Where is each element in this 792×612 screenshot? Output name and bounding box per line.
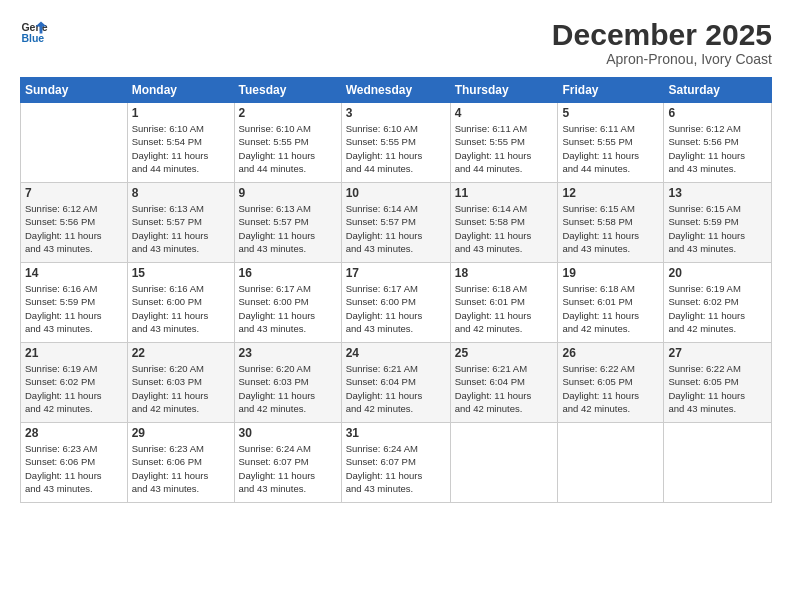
day-number: 11	[455, 186, 554, 200]
day-number: 2	[239, 106, 337, 120]
header-tuesday: Tuesday	[234, 78, 341, 103]
day-info: Sunrise: 6:13 AMSunset: 5:57 PMDaylight:…	[239, 202, 337, 255]
day-number: 21	[25, 346, 123, 360]
table-row	[558, 423, 664, 503]
table-row: 8Sunrise: 6:13 AMSunset: 5:57 PMDaylight…	[127, 183, 234, 263]
table-row: 14Sunrise: 6:16 AMSunset: 5:59 PMDayligh…	[21, 263, 128, 343]
day-info: Sunrise: 6:15 AMSunset: 5:58 PMDaylight:…	[562, 202, 659, 255]
table-row: 23Sunrise: 6:20 AMSunset: 6:03 PMDayligh…	[234, 343, 341, 423]
day-number: 15	[132, 266, 230, 280]
day-number: 24	[346, 346, 446, 360]
header-saturday: Saturday	[664, 78, 772, 103]
table-row: 27Sunrise: 6:22 AMSunset: 6:05 PMDayligh…	[664, 343, 772, 423]
day-info: Sunrise: 6:14 AMSunset: 5:58 PMDaylight:…	[455, 202, 554, 255]
table-row: 5Sunrise: 6:11 AMSunset: 5:55 PMDaylight…	[558, 103, 664, 183]
table-row: 1Sunrise: 6:10 AMSunset: 5:54 PMDaylight…	[127, 103, 234, 183]
svg-text:General: General	[21, 21, 48, 33]
header-friday: Friday	[558, 78, 664, 103]
day-number: 8	[132, 186, 230, 200]
day-info: Sunrise: 6:19 AMSunset: 6:02 PMDaylight:…	[668, 282, 767, 335]
subtitle: Apron-Pronou, Ivory Coast	[552, 51, 772, 67]
table-row: 18Sunrise: 6:18 AMSunset: 6:01 PMDayligh…	[450, 263, 558, 343]
table-row	[664, 423, 772, 503]
day-info: Sunrise: 6:13 AMSunset: 5:57 PMDaylight:…	[132, 202, 230, 255]
day-number: 4	[455, 106, 554, 120]
day-info: Sunrise: 6:24 AMSunset: 6:07 PMDaylight:…	[346, 442, 446, 495]
calendar-week-row: 7Sunrise: 6:12 AMSunset: 5:56 PMDaylight…	[21, 183, 772, 263]
header: General Blue December 2025 Apron-Pronou,…	[20, 18, 772, 67]
table-row: 7Sunrise: 6:12 AMSunset: 5:56 PMDaylight…	[21, 183, 128, 263]
day-number: 18	[455, 266, 554, 280]
day-info: Sunrise: 6:18 AMSunset: 6:01 PMDaylight:…	[562, 282, 659, 335]
table-row: 15Sunrise: 6:16 AMSunset: 6:00 PMDayligh…	[127, 263, 234, 343]
day-number: 25	[455, 346, 554, 360]
table-row: 10Sunrise: 6:14 AMSunset: 5:57 PMDayligh…	[341, 183, 450, 263]
day-number: 16	[239, 266, 337, 280]
day-number: 12	[562, 186, 659, 200]
day-info: Sunrise: 6:23 AMSunset: 6:06 PMDaylight:…	[25, 442, 123, 495]
table-row: 13Sunrise: 6:15 AMSunset: 5:59 PMDayligh…	[664, 183, 772, 263]
header-monday: Monday	[127, 78, 234, 103]
main-title: December 2025	[552, 18, 772, 51]
day-info: Sunrise: 6:11 AMSunset: 5:55 PMDaylight:…	[455, 122, 554, 175]
table-row: 3Sunrise: 6:10 AMSunset: 5:55 PMDaylight…	[341, 103, 450, 183]
day-info: Sunrise: 6:12 AMSunset: 5:56 PMDaylight:…	[668, 122, 767, 175]
calendar-week-row: 14Sunrise: 6:16 AMSunset: 5:59 PMDayligh…	[21, 263, 772, 343]
table-row: 29Sunrise: 6:23 AMSunset: 6:06 PMDayligh…	[127, 423, 234, 503]
day-info: Sunrise: 6:16 AMSunset: 6:00 PMDaylight:…	[132, 282, 230, 335]
day-info: Sunrise: 6:22 AMSunset: 6:05 PMDaylight:…	[668, 362, 767, 415]
table-row: 31Sunrise: 6:24 AMSunset: 6:07 PMDayligh…	[341, 423, 450, 503]
table-row: 16Sunrise: 6:17 AMSunset: 6:00 PMDayligh…	[234, 263, 341, 343]
table-row: 11Sunrise: 6:14 AMSunset: 5:58 PMDayligh…	[450, 183, 558, 263]
day-info: Sunrise: 6:20 AMSunset: 6:03 PMDaylight:…	[239, 362, 337, 415]
calendar-week-row: 1Sunrise: 6:10 AMSunset: 5:54 PMDaylight…	[21, 103, 772, 183]
day-info: Sunrise: 6:17 AMSunset: 6:00 PMDaylight:…	[346, 282, 446, 335]
day-info: Sunrise: 6:10 AMSunset: 5:55 PMDaylight:…	[346, 122, 446, 175]
day-info: Sunrise: 6:14 AMSunset: 5:57 PMDaylight:…	[346, 202, 446, 255]
day-number: 26	[562, 346, 659, 360]
day-number: 13	[668, 186, 767, 200]
header-sunday: Sunday	[21, 78, 128, 103]
logo: General Blue	[20, 18, 48, 46]
day-info: Sunrise: 6:21 AMSunset: 6:04 PMDaylight:…	[455, 362, 554, 415]
table-row: 28Sunrise: 6:23 AMSunset: 6:06 PMDayligh…	[21, 423, 128, 503]
weekday-header-row: Sunday Monday Tuesday Wednesday Thursday…	[21, 78, 772, 103]
day-number: 27	[668, 346, 767, 360]
day-number: 28	[25, 426, 123, 440]
day-number: 9	[239, 186, 337, 200]
page: General Blue December 2025 Apron-Pronou,…	[0, 0, 792, 612]
table-row: 22Sunrise: 6:20 AMSunset: 6:03 PMDayligh…	[127, 343, 234, 423]
table-row	[21, 103, 128, 183]
day-info: Sunrise: 6:16 AMSunset: 5:59 PMDaylight:…	[25, 282, 123, 335]
table-row: 12Sunrise: 6:15 AMSunset: 5:58 PMDayligh…	[558, 183, 664, 263]
day-info: Sunrise: 6:23 AMSunset: 6:06 PMDaylight:…	[132, 442, 230, 495]
day-info: Sunrise: 6:10 AMSunset: 5:54 PMDaylight:…	[132, 122, 230, 175]
day-info: Sunrise: 6:12 AMSunset: 5:56 PMDaylight:…	[25, 202, 123, 255]
day-info: Sunrise: 6:17 AMSunset: 6:00 PMDaylight:…	[239, 282, 337, 335]
table-row: 9Sunrise: 6:13 AMSunset: 5:57 PMDaylight…	[234, 183, 341, 263]
day-number: 20	[668, 266, 767, 280]
calendar-week-row: 28Sunrise: 6:23 AMSunset: 6:06 PMDayligh…	[21, 423, 772, 503]
table-row: 2Sunrise: 6:10 AMSunset: 5:55 PMDaylight…	[234, 103, 341, 183]
day-number: 23	[239, 346, 337, 360]
table-row: 26Sunrise: 6:22 AMSunset: 6:05 PMDayligh…	[558, 343, 664, 423]
day-number: 3	[346, 106, 446, 120]
title-block: December 2025 Apron-Pronou, Ivory Coast	[552, 18, 772, 67]
day-info: Sunrise: 6:20 AMSunset: 6:03 PMDaylight:…	[132, 362, 230, 415]
calendar-table: Sunday Monday Tuesday Wednesday Thursday…	[20, 77, 772, 503]
table-row: 25Sunrise: 6:21 AMSunset: 6:04 PMDayligh…	[450, 343, 558, 423]
day-info: Sunrise: 6:15 AMSunset: 5:59 PMDaylight:…	[668, 202, 767, 255]
day-info: Sunrise: 6:22 AMSunset: 6:05 PMDaylight:…	[562, 362, 659, 415]
day-number: 19	[562, 266, 659, 280]
day-number: 1	[132, 106, 230, 120]
day-info: Sunrise: 6:10 AMSunset: 5:55 PMDaylight:…	[239, 122, 337, 175]
day-info: Sunrise: 6:19 AMSunset: 6:02 PMDaylight:…	[25, 362, 123, 415]
table-row: 21Sunrise: 6:19 AMSunset: 6:02 PMDayligh…	[21, 343, 128, 423]
day-number: 30	[239, 426, 337, 440]
logo-icon: General Blue	[20, 18, 48, 46]
day-number: 5	[562, 106, 659, 120]
day-info: Sunrise: 6:18 AMSunset: 6:01 PMDaylight:…	[455, 282, 554, 335]
svg-text:Blue: Blue	[21, 32, 44, 44]
table-row: 4Sunrise: 6:11 AMSunset: 5:55 PMDaylight…	[450, 103, 558, 183]
table-row	[450, 423, 558, 503]
